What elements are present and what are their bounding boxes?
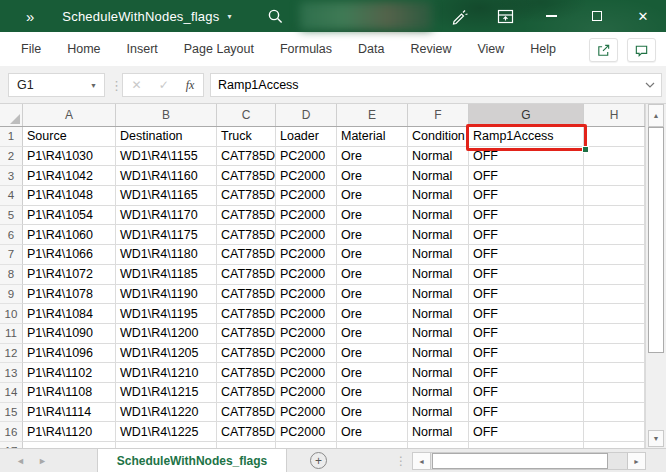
column-header-A[interactable]: A xyxy=(23,104,116,126)
cell-B7[interactable]: WD1\R4\1180 xyxy=(116,245,217,265)
cell-D4[interactable]: PC2000 xyxy=(276,186,337,206)
cell-E13[interactable]: Ore xyxy=(337,363,408,383)
cell-A8[interactable]: P1\R4\1072 xyxy=(23,265,116,285)
cell-B16[interactable]: WD1\R4\1225 xyxy=(116,422,217,442)
column-header-E[interactable]: E xyxy=(337,104,408,126)
cell-A3[interactable]: P1\R4\1042 xyxy=(23,166,116,186)
cell-A1[interactable]: Source xyxy=(23,127,116,147)
formula-input[interactable]: Ramp1Access xyxy=(210,73,662,97)
cell-B1[interactable]: Destination xyxy=(116,127,217,147)
cell-G15[interactable]: OFF xyxy=(469,403,584,423)
cell-H4[interactable] xyxy=(584,186,645,206)
cell-C1[interactable]: Truck xyxy=(217,127,276,147)
menu-help[interactable]: Help xyxy=(517,32,569,66)
cell-H9[interactable] xyxy=(584,285,645,305)
search-icon[interactable] xyxy=(267,8,284,25)
comments-button[interactable] xyxy=(627,38,656,62)
cell-G4[interactable]: OFF xyxy=(469,186,584,206)
cell-H10[interactable] xyxy=(584,304,645,324)
cell-H14[interactable] xyxy=(584,383,645,403)
menu-file[interactable]: File xyxy=(8,32,54,66)
cell-F3[interactable]: Normal xyxy=(408,166,469,186)
cell-C15[interactable]: CAT785D xyxy=(217,403,276,423)
menu-review[interactable]: Review xyxy=(397,32,464,66)
cell-C3[interactable]: CAT785D xyxy=(217,166,276,186)
name-box[interactable]: G1 ▼ xyxy=(8,73,105,97)
cell-C4[interactable]: CAT785D xyxy=(217,186,276,206)
cell-B12[interactable]: WD1\R4\1205 xyxy=(116,344,217,364)
cell-E6[interactable]: Ore xyxy=(337,225,408,245)
cell-H3[interactable] xyxy=(584,166,645,186)
cell-F4[interactable]: Normal xyxy=(408,186,469,206)
cell-G8[interactable]: OFF xyxy=(469,265,584,285)
cell-H5[interactable] xyxy=(584,206,645,226)
cell-B5[interactable]: WD1\R4\1170 xyxy=(116,206,217,226)
scroll-right-icon[interactable]: ► xyxy=(627,453,645,469)
cell-D3[interactable]: PC2000 xyxy=(276,166,337,186)
cell-H12[interactable] xyxy=(584,344,645,364)
column-header-C[interactable]: C xyxy=(217,104,276,126)
menu-page-layout[interactable]: Page Layout xyxy=(171,32,267,66)
row-header-7[interactable]: 7 xyxy=(0,245,23,265)
cell-H2[interactable] xyxy=(584,147,645,167)
draw-pen-icon[interactable] xyxy=(436,0,482,32)
cell-D7[interactable]: PC2000 xyxy=(276,245,337,265)
maximize-button[interactable] xyxy=(574,0,620,32)
cell-G9[interactable]: OFF xyxy=(469,285,584,305)
cell-F6[interactable]: Normal xyxy=(408,225,469,245)
insert-function-icon[interactable]: fx xyxy=(186,78,195,93)
cell-A9[interactable]: P1\R4\1078 xyxy=(23,285,116,305)
cell-D16[interactable]: PC2000 xyxy=(276,422,337,442)
scroll-up-icon[interactable]: ▲ xyxy=(648,104,664,127)
cell-C13[interactable]: CAT785D xyxy=(217,363,276,383)
row-header-4[interactable]: 4 xyxy=(0,186,23,206)
cell-G7[interactable]: OFF xyxy=(469,245,584,265)
cell-E2[interactable]: Ore xyxy=(337,147,408,167)
cell-C8[interactable]: CAT785D xyxy=(217,265,276,285)
cell-A6[interactable]: P1\R4\1060 xyxy=(23,225,116,245)
cell-C16[interactable]: CAT785D xyxy=(217,422,276,442)
cell-D1[interactable]: Loader xyxy=(276,127,337,147)
cell-A7[interactable]: P1\R4\1066 xyxy=(23,245,116,265)
cell-E16[interactable]: Ore xyxy=(337,422,408,442)
row-header-11[interactable]: 11 xyxy=(0,324,23,344)
column-header-H[interactable]: H xyxy=(584,104,645,126)
cell-D13[interactable]: PC2000 xyxy=(276,363,337,383)
menu-home[interactable]: Home xyxy=(54,32,113,66)
cell-B10[interactable]: WD1\R4\1195 xyxy=(116,304,217,324)
cell-D14[interactable]: PC2000 xyxy=(276,383,337,403)
cell-F8[interactable]: Normal xyxy=(408,265,469,285)
cell-B4[interactable]: WD1\R4\1165 xyxy=(116,186,217,206)
vertical-scrollbar[interactable]: ▲ ▼ xyxy=(645,104,666,448)
column-header-D[interactable]: D xyxy=(276,104,337,126)
cell-H8[interactable] xyxy=(584,265,645,285)
cell-H1[interactable] xyxy=(584,127,645,147)
cell-G2[interactable]: OFF xyxy=(469,147,584,167)
title-dropdown-caret-icon[interactable]: ▾ xyxy=(227,12,231,21)
cell-D2[interactable]: PC2000 xyxy=(276,147,337,167)
cell-F2[interactable]: Normal xyxy=(408,147,469,167)
cell-E11[interactable]: Ore xyxy=(337,324,408,344)
ribbon-display-options-icon[interactable] xyxy=(482,0,528,32)
minimize-button[interactable] xyxy=(528,0,574,32)
cell-G16[interactable]: OFF xyxy=(469,422,584,442)
cell-C11[interactable]: CAT785D xyxy=(217,324,276,344)
cell-B15[interactable]: WD1\R4\1220 xyxy=(116,403,217,423)
column-header-B[interactable]: B xyxy=(116,104,217,126)
cell-G6[interactable]: OFF xyxy=(469,225,584,245)
cell-D15[interactable]: PC2000 xyxy=(276,403,337,423)
cell-D5[interactable]: PC2000 xyxy=(276,206,337,226)
cell-C2[interactable]: CAT785D xyxy=(217,147,276,167)
cell-E8[interactable]: Ore xyxy=(337,265,408,285)
row-header-9[interactable]: 9 xyxy=(0,285,23,305)
cell-A4[interactable]: P1\R4\1048 xyxy=(23,186,116,206)
cell-H6[interactable] xyxy=(584,225,645,245)
cell-H11[interactable] xyxy=(584,324,645,344)
row-header-3[interactable]: 3 xyxy=(0,166,23,186)
name-box-caret-icon[interactable]: ▼ xyxy=(90,82,104,89)
close-button[interactable]: ✕ xyxy=(620,0,666,32)
sheet-nav-left-icon[interactable]: ◄ xyxy=(16,449,25,472)
cell-F12[interactable]: Normal xyxy=(408,344,469,364)
sheet-nav-right-icon[interactable]: ► xyxy=(38,449,47,472)
row-header-6[interactable]: 6 xyxy=(0,225,23,245)
